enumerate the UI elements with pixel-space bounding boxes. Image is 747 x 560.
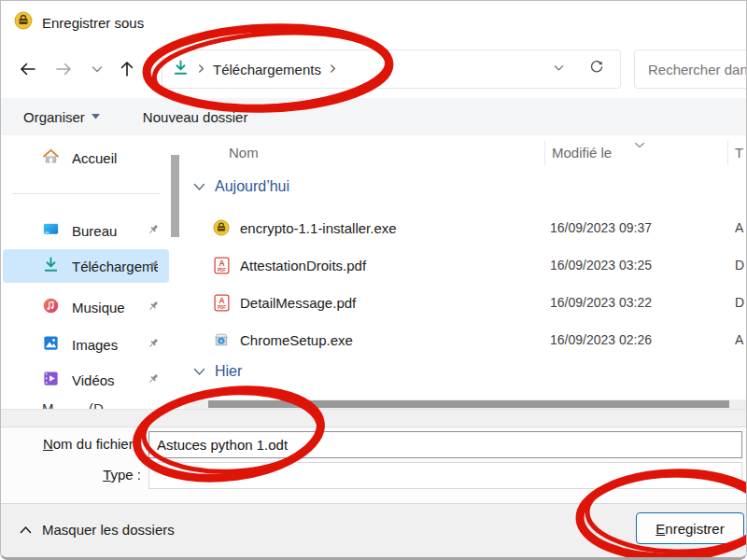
group-header-yesterday[interactable]: Hier: [193, 363, 242, 380]
fields-panel: Nom du fichier : Type :: [1, 427, 746, 504]
file-list: Nom Modifié le T Aujourd’hui encrypto-1.…: [184, 135, 746, 409]
sidebar-scrollbar[interactable]: [171, 155, 179, 237]
file-modified: 16/09/2023 03:25: [550, 258, 652, 273]
file-type: A: [735, 220, 747, 235]
caret-down-icon: [92, 114, 100, 119]
svg-text:PDF: PDF: [218, 267, 226, 272]
file-modified: 16/09/2023 02:26: [550, 332, 652, 347]
filename-label: Nom du fichier :: [1, 436, 141, 452]
svg-text:A: A: [218, 259, 224, 268]
app-lock-icon: [14, 11, 33, 34]
hide-folders-label: Masquer les dossiers: [42, 522, 175, 538]
pin-icon: [147, 259, 160, 275]
desktop-icon: [42, 220, 60, 242]
file-type: D: [735, 258, 747, 273]
sidebar-item-music[interactable]: Musique: [3, 290, 169, 324]
sidebar-item-label: Bureau: [72, 223, 117, 239]
dialog-footer: Nom du fichier : Type : Masquer les doss…: [1, 409, 746, 557]
address-bar[interactable]: Téléchargements: [162, 49, 621, 89]
installer-box-icon: [212, 331, 231, 348]
music-icon: [42, 297, 60, 318]
save-button[interactable]: Enregistrer: [636, 512, 744, 544]
column-header-type[interactable]: T: [735, 145, 743, 161]
pdf-file-icon: APDF: [212, 294, 231, 312]
group-label: Hier: [215, 363, 242, 380]
hide-folders-button[interactable]: Masquer les dossiers: [20, 522, 175, 538]
sort-chevron-icon: [634, 135, 645, 152]
address-dropdown-chevron[interactable]: [552, 61, 566, 78]
column-separator[interactable]: [727, 141, 728, 165]
chevron-up-icon: [20, 525, 32, 534]
up-button[interactable]: [117, 59, 137, 79]
save-as-dialog: Enregistrer sous Téléchargements: [0, 0, 747, 560]
column-header-modified[interactable]: Modifié le: [552, 145, 612, 161]
group-collapse-chevron[interactable]: [193, 183, 205, 191]
sidebar-item-downloads[interactable]: Téléchargements: [3, 249, 169, 283]
back-button[interactable]: [18, 59, 38, 79]
group-label: Aujourd’hui: [215, 178, 289, 195]
breadcrumb-chevron-icon[interactable]: [328, 61, 338, 77]
forward-button[interactable]: [53, 59, 74, 79]
window-title: Enregistrer sous: [42, 15, 144, 31]
dialog-toolbar: Organiser Nouveau dossier: [1, 98, 746, 135]
pictures-icon: [42, 334, 60, 356]
encrypto-app-icon: [212, 219, 231, 236]
pin-icon: [147, 372, 160, 389]
new-folder-label: Nouveau dossier: [143, 109, 248, 125]
sidebar-item-label: Accueil: [72, 150, 117, 166]
file-type: D: [735, 295, 747, 310]
group-collapse-chevron[interactable]: [193, 368, 205, 376]
organiser-menu[interactable]: Organiser: [23, 109, 100, 125]
file-modified: 16/09/2023 09:37: [550, 220, 652, 235]
sidebar-item-pictures[interactable]: Images: [3, 328, 169, 361]
recent-locations-chevron[interactable]: [87, 59, 107, 79]
file-type: A: [735, 332, 747, 347]
navigation-pane: Accueil Bureau Téléchargements: [1, 135, 184, 409]
sidebar-item-videos[interactable]: Vidéos: [3, 363, 169, 397]
sidebar-item-label: Vidéos: [72, 372, 115, 388]
pdf-file-icon: APDF: [212, 257, 231, 274]
save-button-label: Enregistrer: [655, 521, 724, 537]
file-name: encrypto-1.1-installer.exe: [240, 220, 397, 236]
column-header-name[interactable]: Nom: [229, 145, 259, 161]
sidebar-item-label: Images: [72, 337, 118, 353]
sidebar-item-label: Téléchargements: [72, 259, 158, 274]
svg-text:PDF: PDF: [218, 304, 226, 309]
breadcrumb-location[interactable]: Téléchargements: [213, 62, 321, 77]
file-row[interactable]: APDF DetailMessage.pdf 16/09/2023 03:22 …: [184, 287, 746, 318]
column-separator[interactable]: [544, 141, 545, 165]
new-folder-button[interactable]: Nouveau dossier: [143, 109, 248, 125]
filetype-label: Type :: [1, 467, 141, 483]
title-bar: Enregistrer sous: [1, 1, 746, 44]
downloads-icon: [172, 59, 190, 80]
horizontal-scrollbar-thumb[interactable]: [208, 400, 729, 408]
file-row[interactable]: ChromeSetup.exe 16/09/2023 02:26 A: [184, 324, 746, 356]
filename-input[interactable]: [148, 431, 742, 458]
sidebar-item-label: Musique: [72, 300, 125, 315]
pin-icon: [147, 337, 160, 354]
sidebar-item-desktop[interactable]: Bureau: [3, 214, 169, 247]
organiser-label: Organiser: [23, 109, 85, 125]
downloads-icon: [42, 256, 60, 277]
pin-icon: [147, 223, 160, 240]
pin-icon: [147, 300, 160, 316]
videos-icon: [42, 370, 60, 391]
breadcrumb-chevron-icon: [196, 61, 206, 77]
file-row[interactable]: encrypto-1.1-installer.exe 16/09/2023 09…: [184, 212, 746, 244]
sidebar-divider: [12, 193, 160, 194]
sidebar-item-partial[interactable]: M (D: [42, 400, 104, 409]
svg-text:A: A: [218, 296, 224, 305]
file-modified: 16/09/2023 03:22: [550, 295, 652, 310]
refresh-icon[interactable]: [588, 59, 605, 79]
file-name: AttestationDroits.pdf: [240, 258, 366, 273]
filetype-select[interactable]: [148, 462, 742, 489]
group-header-today[interactable]: Aujourd’hui: [193, 178, 289, 195]
file-name: ChromeSetup.exe: [240, 332, 353, 348]
sidebar-item-home[interactable]: Accueil: [3, 141, 169, 175]
file-row[interactable]: APDF AttestationDroits.pdf 16/09/2023 03…: [184, 249, 746, 281]
search-input[interactable]: [634, 49, 747, 89]
file-name: DetailMessage.pdf: [240, 295, 356, 311]
home-icon: [42, 147, 60, 169]
